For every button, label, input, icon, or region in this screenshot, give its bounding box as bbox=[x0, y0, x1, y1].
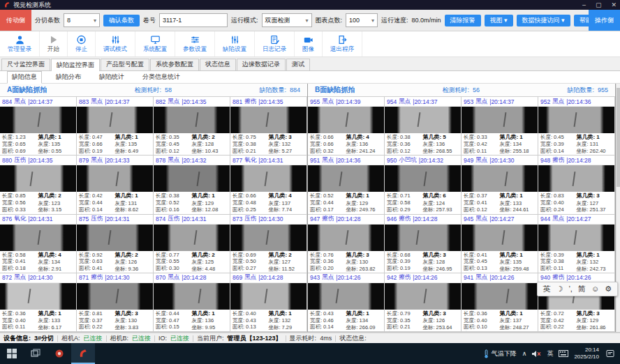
defect-image[interactable] bbox=[462, 225, 538, 251]
defect-cell[interactable]: 872 黑点 |20:14:30 长度:0.36 宽度:0.40 面积:0.11… bbox=[0, 273, 77, 332]
start-button[interactable] bbox=[0, 343, 24, 364]
defect-cell[interactable]: 874 压伤 |20:14:31 长度:0.77 宽度:0.55 面积:0.30… bbox=[154, 215, 230, 273]
ime-language-indicator[interactable]: 英 bbox=[547, 349, 553, 358]
defect-image[interactable] bbox=[154, 283, 230, 310]
ime-night-mode[interactable]: ☽ bbox=[556, 285, 563, 293]
view-menu-button[interactable]: 视图 ▾ bbox=[485, 15, 513, 26]
defect-cell[interactable]: 949 黑点 |20:14:30 长度:0.37 宽度:0.41 面积:0.12… bbox=[462, 156, 538, 214]
roll-number-input[interactable]: 3117-1 bbox=[159, 13, 228, 27]
log-record-button[interactable]: 日志记录 bbox=[255, 31, 295, 56]
defect-settings-button[interactable]: 缺陷设置 bbox=[215, 31, 255, 56]
image-button[interactable]: 图像 bbox=[295, 31, 323, 56]
defect-image[interactable] bbox=[77, 283, 153, 310]
stop-button[interactable]: 停止 bbox=[68, 31, 96, 56]
defect-image[interactable] bbox=[385, 107, 461, 133]
defect-image[interactable] bbox=[154, 165, 230, 192]
defect-cell[interactable]: 954 黑点 |20:14:37 长度:0.38 宽度:0.36 面积:0.12… bbox=[385, 97, 462, 156]
close-button[interactable]: ✕ bbox=[611, 2, 617, 8]
defect-cell[interactable]: 884 黑点 |20:14:37 长度:1.23 宽度:0.65 面积:0.69… bbox=[0, 97, 77, 156]
tab-system-param-config[interactable]: 系统参数配置 bbox=[150, 59, 199, 70]
chart-points-select[interactable]: 100 ▾ bbox=[346, 13, 378, 27]
ime-settings[interactable]: ⚙ bbox=[605, 285, 612, 293]
defect-cell[interactable]: 878 黑点 |20:14:32 长度:0.38 宽度:0.52 面积:0.16… bbox=[154, 156, 230, 214]
weather-widget[interactable]: 气温下降 bbox=[483, 349, 517, 358]
defect-image[interactable] bbox=[154, 225, 230, 251]
defect-image[interactable] bbox=[77, 107, 153, 133]
defect-image[interactable] bbox=[0, 107, 76, 133]
scrollbar-thumb[interactable] bbox=[617, 88, 620, 187]
clock-widget[interactable]: 20:14 2025/2/10 bbox=[574, 347, 599, 361]
admin-login-button[interactable]: 管理登录 bbox=[0, 31, 40, 56]
defect-cell[interactable]: 882 黑点 |20:14:35 长度:0.35 宽度:0.45 面积:0.12… bbox=[154, 97, 230, 156]
system-config-button[interactable]: 系统配置 bbox=[135, 31, 175, 56]
subtab-defect-info[interactable]: 缺陷信息 bbox=[7, 71, 42, 84]
defect-cell[interactable]: 877 氧化 |20:14:31 长度:0.66 宽度:0.48 面积:0.25… bbox=[230, 156, 307, 214]
defect-cell[interactable]: 946 擦伤 |20:14:28 长度:0.68 宽度:0.39 面积:0.19… bbox=[385, 215, 462, 273]
defect-image[interactable] bbox=[385, 283, 461, 310]
ime-simplified-toggle[interactable]: 简 bbox=[578, 285, 586, 293]
defect-image[interactable] bbox=[230, 107, 307, 133]
defect-image[interactable] bbox=[538, 165, 614, 192]
defect-image[interactable] bbox=[0, 283, 76, 310]
vision-app-taskbar-button[interactable] bbox=[71, 343, 95, 364]
defect-cell[interactable]: 945 黑点 |20:14:27 长度:0.41 宽度:0.45 面积:0.13… bbox=[462, 215, 538, 273]
exit-program-button[interactable]: 退出程序 bbox=[323, 31, 362, 56]
minimize-button[interactable]: – bbox=[582, 2, 586, 8]
defect-cell[interactable]: 944 黑点 |20:14:27 长度:0.39 宽度:0.38 面积:0.11… bbox=[538, 215, 615, 273]
ime-emoji[interactable]: ☺ bbox=[591, 285, 599, 293]
defect-cell[interactable]: 943 黑点 |20:14:26 长度:0.43 宽度:0.46 面积:0.14… bbox=[308, 273, 385, 332]
defect-cell[interactable]: 942 擦伤 |20:14:26 长度:0.79 宽度:0.35 面积:0.21… bbox=[385, 273, 462, 332]
defect-image[interactable] bbox=[308, 107, 384, 133]
slit-count-select[interactable]: 8 ▾ bbox=[64, 13, 100, 27]
defect-cell[interactable]: 873 压伤 |20:14:30 长度:0.69 宽度:0.50 面积:0.27… bbox=[230, 215, 307, 273]
subtab-defect-stats[interactable]: 缺陷统计 bbox=[95, 72, 128, 83]
defect-image[interactable] bbox=[538, 225, 614, 251]
defect-cell[interactable]: 881 擦伤 |20:14:35 长度:0.75 宽度:0.38 面积:0.21… bbox=[230, 97, 307, 156]
defect-image[interactable] bbox=[385, 165, 461, 192]
defect-image[interactable] bbox=[538, 107, 614, 133]
defect-image[interactable] bbox=[0, 225, 76, 251]
debug-mode-button[interactable]: 调试模式 bbox=[96, 31, 135, 56]
clear-alarm-button[interactable]: 清除报警 bbox=[445, 15, 481, 26]
defect-cell[interactable]: 952 黑点 |20:14:36 长度:0.45 宽度:0.39 面积:0.14… bbox=[538, 97, 615, 156]
pinned-app-button[interactable] bbox=[47, 343, 71, 364]
tray-expand-caret[interactable]: ∧ bbox=[522, 350, 527, 357]
defect-image[interactable] bbox=[385, 225, 461, 251]
defect-cell[interactable]: 875 压伤 |20:14:31 长度:0.92 宽度:0.63 面积:0.41… bbox=[77, 215, 154, 273]
run-mode-select[interactable]: 双面检测 ▾ bbox=[262, 13, 312, 27]
defect-image[interactable] bbox=[0, 165, 76, 192]
defect-image[interactable] bbox=[154, 107, 230, 133]
ime-punctuation-toggle[interactable]: ’, bbox=[568, 285, 573, 293]
defect-image[interactable] bbox=[308, 225, 384, 251]
defect-cell[interactable]: 950 小凹坑 |20:14:32 长度:0.71 宽度:0.58 面积:0.2… bbox=[385, 156, 462, 214]
param-settings-button[interactable]: 参数设置 bbox=[175, 31, 215, 56]
tab-test[interactable]: 测试 bbox=[286, 59, 310, 70]
tab-size-monitor[interactable]: 尺寸监控界面 bbox=[1, 59, 50, 70]
defect-cell[interactable]: 941 黑点 |20:14:26 长度:0.36 宽度:0.40 面积:0.10… bbox=[462, 273, 538, 332]
subtab-class-info-stats[interactable]: 分类信息统计 bbox=[138, 72, 184, 83]
defect-image[interactable] bbox=[77, 165, 153, 192]
task-view-button[interactable] bbox=[24, 343, 47, 364]
confirm-count-button[interactable]: 确认条数 bbox=[103, 15, 140, 26]
touch-keyboard-icon[interactable] bbox=[559, 350, 568, 357]
operator-side-button[interactable]: 操作侧 bbox=[589, 10, 620, 31]
defect-cell[interactable]: 880 压伤 |20:14:35 长度:0.85 宽度:0.56 面积:0.33… bbox=[0, 156, 77, 214]
volume-muted-icon[interactable] bbox=[532, 350, 541, 358]
defect-cell[interactable]: 948 擦伤 |20:14:28 长度:0.83 宽度:0.40 面积:0.24… bbox=[538, 156, 615, 214]
defect-cell[interactable]: 876 氧化 |20:14:31 长度:0.58 宽度:0.41 面积:0.18… bbox=[0, 215, 77, 273]
defect-image[interactable] bbox=[230, 225, 307, 251]
defect-cell[interactable]: 871 擦伤 |20:14:30 长度:0.81 宽度:0.37 面积:0.22… bbox=[77, 273, 154, 332]
defect-image[interactable] bbox=[308, 283, 384, 310]
defect-cell[interactable]: 953 黑点 |20:14:37 长度:0.33 宽度:0.42 面积:0.11… bbox=[462, 97, 538, 156]
defect-image[interactable] bbox=[230, 283, 307, 310]
defect-cell[interactable]: 951 黑点 |20:14:36 长度:0.52 宽度:0.44 面积:0.17… bbox=[308, 156, 385, 214]
data-quick-access-menu-button[interactable]: 数据快捷访问 ▾ bbox=[517, 15, 570, 26]
defect-cell[interactable]: 955 黑点 |20:14:39 长度:0.66 宽度:0.66 面积:0.32… bbox=[308, 97, 385, 156]
action-center-button[interactable] bbox=[605, 348, 616, 359]
defect-cell[interactable]: 947 擦伤 |20:14:28 长度:0.76 宽度:0.36 面积:0.20… bbox=[308, 215, 385, 273]
tab-product-model-config[interactable]: 产品型号配置 bbox=[101, 59, 149, 70]
defect-image[interactable] bbox=[308, 165, 384, 192]
subtab-defect-distribution[interactable]: 缺陷分布 bbox=[52, 72, 85, 83]
tab-edge-data-record[interactable]: 边缘数据记录 bbox=[237, 59, 286, 70]
drive-side-button[interactable]: 传动侧 bbox=[0, 10, 31, 31]
